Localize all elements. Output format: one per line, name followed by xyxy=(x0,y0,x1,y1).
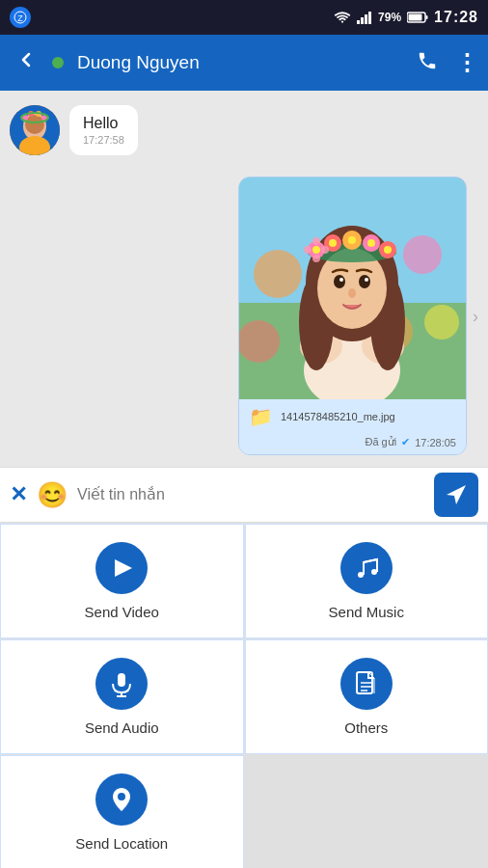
svg-rect-5 xyxy=(368,12,371,24)
svg-rect-4 xyxy=(365,14,367,24)
send-video-button[interactable]: Send Video xyxy=(0,524,244,638)
app-icon: Z xyxy=(10,7,31,28)
contact-name: Duong Nguyen xyxy=(77,52,407,73)
message-text: Hello xyxy=(83,115,124,132)
svg-point-48 xyxy=(312,237,320,245)
send-music-icon-circle xyxy=(340,542,393,594)
microphone-icon xyxy=(107,669,136,698)
send-audio-icon-circle xyxy=(95,658,148,710)
svg-rect-8 xyxy=(409,14,422,21)
send-audio-label: Send Audio xyxy=(85,719,159,736)
chat-header: Duong Nguyen ⋮ xyxy=(0,35,488,91)
sent-image xyxy=(239,177,466,399)
sent-message-wrapper: 📁 1414578485210_me.jpg Đã gửi ✔ 17:28:05… xyxy=(10,167,478,467)
svg-point-35 xyxy=(365,278,368,282)
svg-rect-56 xyxy=(118,673,125,687)
sent-time: 17:28:05 xyxy=(415,437,456,448)
status-left: Z xyxy=(10,7,31,28)
sent-label: Đã gửi xyxy=(365,436,396,448)
svg-point-41 xyxy=(329,239,337,247)
svg-rect-2 xyxy=(357,20,360,24)
document-icon xyxy=(352,669,381,698)
sent-message: 📁 1414578485210_me.jpg Đã gửi ✔ 17:28:05 xyxy=(238,176,467,455)
battery-icon xyxy=(407,12,428,23)
svg-point-45 xyxy=(367,239,375,247)
file-info: 📁 1414578485210_me.jpg xyxy=(239,399,466,434)
svg-point-39 xyxy=(312,246,320,254)
music-icon xyxy=(352,554,381,583)
message-bubble: Hello 17:27:58 xyxy=(69,105,138,155)
contact-avatar xyxy=(10,105,60,155)
send-video-label: Send Video xyxy=(85,604,159,620)
call-button[interactable] xyxy=(417,50,438,76)
send-location-label: Send Location xyxy=(75,835,168,852)
more-options-button[interactable]: ⋮ xyxy=(455,49,478,76)
video-icon xyxy=(107,554,136,583)
svg-line-55 xyxy=(364,559,377,562)
svg-marker-52 xyxy=(115,559,132,577)
send-music-label: Send Music xyxy=(329,604,404,620)
close-button[interactable]: ✕ xyxy=(10,482,27,507)
send-music-button[interactable]: Send Music xyxy=(245,524,489,638)
others-button[interactable]: Others xyxy=(245,639,489,754)
svg-point-20 xyxy=(254,250,302,298)
forward-arrow: › xyxy=(473,307,478,327)
back-button[interactable] xyxy=(10,43,42,82)
svg-point-63 xyxy=(118,793,125,800)
svg-point-33 xyxy=(359,275,370,288)
message-input[interactable] xyxy=(77,486,424,503)
status-bar: Z 79% 17:28 xyxy=(0,0,488,35)
svg-point-21 xyxy=(403,235,442,274)
svg-point-32 xyxy=(334,275,345,288)
svg-point-23 xyxy=(239,320,280,363)
svg-point-36 xyxy=(348,288,356,298)
svg-point-43 xyxy=(348,236,356,244)
input-bar: ✕ 😊 xyxy=(0,467,488,523)
send-audio-button[interactable]: Send Audio xyxy=(0,639,244,754)
svg-point-49 xyxy=(304,246,312,254)
svg-rect-7 xyxy=(426,15,428,19)
header-actions: ⋮ xyxy=(417,49,478,76)
svg-point-47 xyxy=(384,246,392,254)
svg-point-34 xyxy=(339,278,343,282)
send-video-icon-circle xyxy=(95,542,148,594)
action-grid: Send Video Send Music Send Audio xyxy=(0,523,488,868)
svg-point-50 xyxy=(321,246,329,254)
emoji-button[interactable]: 😊 xyxy=(37,480,68,510)
sent-footer: Đã gửi ✔ 17:28:05 xyxy=(239,434,466,454)
svg-point-51 xyxy=(312,255,320,262)
send-button[interactable] xyxy=(434,473,478,517)
others-icon-circle xyxy=(340,658,393,710)
file-name: 1414578485210_me.jpg xyxy=(281,411,456,422)
online-indicator xyxy=(52,57,64,68)
chat-area: Hello 17:27:58 xyxy=(0,91,488,467)
signal-icon xyxy=(357,11,372,24)
status-right: 79% 17:28 xyxy=(334,9,478,26)
message-time: 17:27:58 xyxy=(83,134,124,146)
wifi-icon xyxy=(334,11,351,24)
svg-point-53 xyxy=(358,572,364,578)
location-icon xyxy=(107,785,136,814)
folder-icon: 📁 xyxy=(249,405,273,428)
svg-rect-3 xyxy=(361,17,364,24)
send-location-button[interactable]: Send Location xyxy=(0,755,244,868)
svg-point-54 xyxy=(371,569,377,575)
received-message: Hello 17:27:58 xyxy=(10,105,478,155)
others-label: Others xyxy=(344,719,388,736)
send-location-icon-circle xyxy=(95,773,148,826)
status-time: 17:28 xyxy=(434,9,478,26)
svg-text:Z: Z xyxy=(17,14,23,23)
sent-checkmark: ✔ xyxy=(401,436,410,448)
sent-image-bubble: 📁 1414578485210_me.jpg Đã gửi ✔ 17:28:05 xyxy=(238,176,467,455)
send-icon xyxy=(445,483,468,506)
svg-point-22 xyxy=(424,305,459,339)
battery-percentage: 79% xyxy=(378,11,401,24)
